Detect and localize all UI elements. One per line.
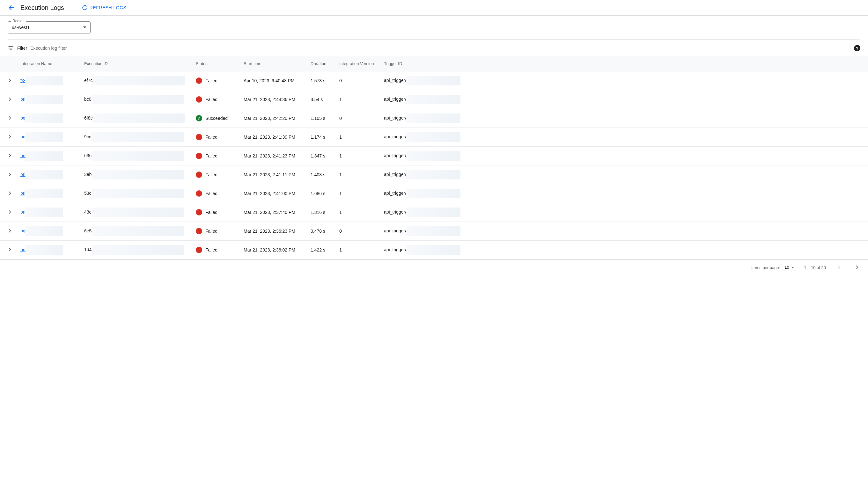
expand-row-button[interactable] (7, 171, 13, 177)
expand-row-button[interactable] (7, 228, 13, 234)
expand-row-button[interactable] (7, 134, 13, 140)
region-field-label: Region (11, 19, 26, 23)
duration-value: 0.478 s (307, 222, 335, 241)
page-range-label: 1 – 10 of 20 (804, 265, 826, 270)
status-label: Failed (205, 229, 217, 234)
status-cell: !Failed (196, 228, 236, 234)
trigger-id-prefix: api_trigger/ (384, 115, 406, 121)
execution-id-prefix: 53c (84, 191, 92, 196)
chevron-right-icon (854, 264, 861, 270)
filter-input[interactable] (30, 46, 851, 51)
integration-name-link[interactable]: bri (20, 191, 26, 196)
chevron-right-icon (7, 190, 13, 196)
integration-name-link[interactable]: tk- (20, 78, 26, 83)
expand-row-button[interactable] (7, 96, 13, 102)
redacted-text (92, 226, 184, 236)
duration-value: 1.347 s (307, 146, 335, 166)
start-time-value: Mar 21, 2023, 2:42:20 PM (240, 109, 307, 128)
status-failed-icon: ! (196, 171, 202, 178)
integration-name-link[interactable]: bri (20, 247, 26, 252)
status-failed-icon: ! (196, 209, 202, 216)
redacted-text (92, 170, 184, 180)
col-duration[interactable]: Duration (307, 56, 335, 72)
status-label: Failed (205, 78, 217, 83)
start-time-value: Mar 21, 2023, 2:41:39 PM (240, 128, 307, 146)
items-per-page-select[interactable]: 10 (783, 264, 795, 271)
redacted-text (92, 76, 185, 86)
start-time-value: Mar 21, 2023, 2:36:23 PM (240, 222, 307, 241)
col-start-time[interactable]: Start time (240, 56, 307, 72)
execution-id-prefix: 1d4 (84, 247, 92, 252)
items-per-page: Items per page: 10 (751, 264, 795, 271)
expand-row-button[interactable] (7, 190, 13, 196)
execution-id-prefix: 43c (84, 210, 92, 215)
integration-name-link[interactable]: bq (20, 115, 26, 121)
integration-name-link[interactable]: bri (20, 97, 26, 102)
expand-row-button[interactable] (7, 153, 13, 158)
refresh-logs-button[interactable]: Refresh Logs (82, 5, 126, 11)
back-button[interactable] (7, 4, 15, 12)
redacted-text (92, 95, 184, 104)
status-cell: !Failed (196, 134, 236, 140)
integration-name-link[interactable]: bri (20, 210, 26, 215)
filter-icon (7, 45, 14, 51)
status-cell: !Failed (196, 77, 236, 84)
redacted-text (406, 95, 460, 104)
trigger-id-prefix: api_trigger/ (384, 191, 406, 196)
integration-version-value: 0 (335, 72, 380, 90)
redacted-text (25, 170, 63, 180)
status-cell: ✓Succeeded (196, 115, 236, 122)
redacted-text (406, 170, 460, 180)
integration-name-link[interactable]: bri (20, 153, 26, 158)
status-succeeded-icon: ✓ (196, 115, 202, 122)
col-trigger-id[interactable]: Trigger ID (380, 56, 868, 72)
redacted-text (406, 151, 460, 161)
help-icon: ? (856, 46, 858, 51)
duration-value: 1.174 s (307, 128, 335, 146)
redacted-text (406, 245, 460, 255)
filter-label: Filter (17, 46, 27, 51)
redacted-text (91, 132, 184, 142)
table-row: bri9cc!FailedMar 21, 2023, 2:41:39 PM1.1… (0, 128, 868, 146)
status-label: Failed (205, 191, 217, 196)
expand-row-button[interactable] (7, 115, 13, 121)
redacted-text (406, 189, 460, 198)
svg-rect-2 (9, 48, 12, 48)
redacted-text (25, 226, 63, 236)
region-select[interactable]: Region us-west1 (7, 21, 91, 33)
table-row: bri3eb!FailedMar 21, 2023, 2:41:11 PM1.4… (0, 166, 868, 184)
prev-page-button[interactable] (835, 263, 844, 272)
duration-value: 3.54 s (307, 90, 335, 109)
refresh-icon (82, 5, 88, 11)
table-row: bri636!FailedMar 21, 2023, 2:41:23 PM1.3… (0, 146, 868, 166)
expand-row-button[interactable] (7, 247, 13, 252)
page-title: Execution Logs (20, 4, 64, 12)
status-label: Failed (205, 97, 217, 102)
paginator: Items per page: 10 1 – 10 of 20 (0, 260, 868, 275)
col-status[interactable]: Status (192, 56, 240, 72)
integration-name-link[interactable]: bri (20, 134, 26, 139)
status-label: Failed (205, 153, 217, 158)
help-button[interactable]: ? (854, 45, 861, 51)
col-integration-version[interactable]: Integration Version (335, 56, 380, 72)
arrow-left-icon (8, 4, 15, 11)
col-integration-name[interactable]: Integration Name (17, 56, 80, 72)
integration-name-link[interactable]: bq (20, 228, 26, 233)
status-label: Failed (205, 247, 217, 252)
svg-rect-3 (10, 49, 12, 50)
svg-rect-1 (9, 46, 13, 47)
execution-id-prefix: 6f8c (84, 115, 92, 121)
expand-row-button[interactable] (7, 209, 13, 215)
status-failed-icon: ! (196, 134, 202, 140)
expand-row-button[interactable] (7, 77, 13, 83)
trigger-id-prefix: api_trigger/ (384, 247, 406, 252)
trigger-id-prefix: api_trigger/ (384, 210, 406, 215)
next-page-button[interactable] (853, 263, 862, 272)
integration-name-link[interactable]: bri (20, 172, 26, 177)
redacted-text (25, 151, 63, 161)
integration-version-value: 1 (335, 166, 380, 184)
table-row: bq6e5!FailedMar 21, 2023, 2:36:23 PM0.47… (0, 222, 868, 241)
table-row: bri53c!FailedMar 21, 2023, 2:41:00 PM1.6… (0, 184, 868, 203)
col-execution-id[interactable]: Execution ID (80, 56, 192, 72)
chevron-right-icon (7, 247, 13, 252)
